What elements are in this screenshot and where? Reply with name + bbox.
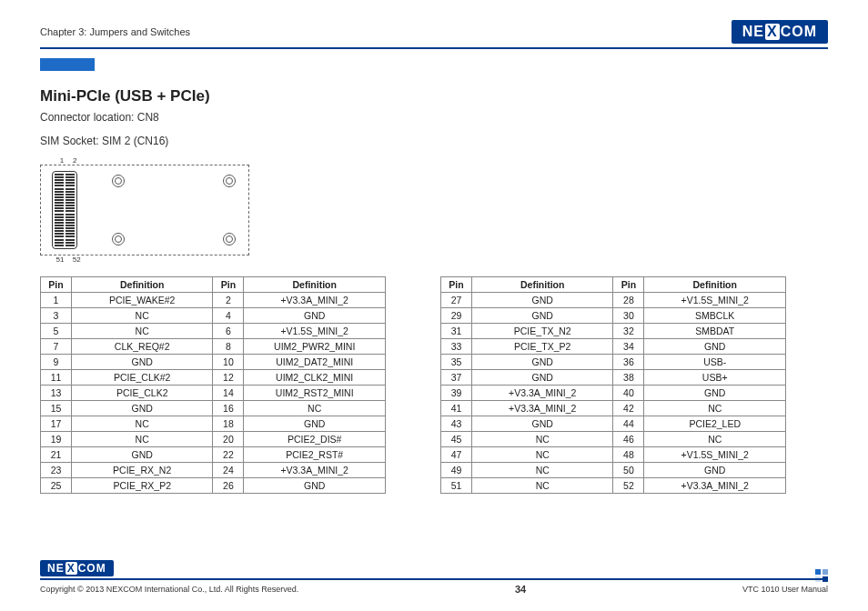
table-row: 49NC50GND [441, 463, 786, 478]
table-row: 5NC6+V1.5S_MINI_2 [41, 324, 386, 339]
definition-cell: GND [244, 478, 386, 494]
pin-column-right [66, 174, 75, 246]
pin-cell: 18 [213, 416, 244, 432]
table-row: 23PCIE_RX_N224+V3.3A_MINI_2 [41, 463, 386, 478]
definition-cell: NC [71, 324, 213, 339]
definition-cell: GND [244, 416, 386, 432]
col-pin: Pin [613, 277, 644, 293]
pin-cell: 22 [213, 447, 244, 463]
pinout-table-right: Pin Definition Pin Definition 27GND28+V1… [440, 276, 786, 494]
table-row: 45NC46NC [441, 432, 786, 447]
definition-cell: GND [471, 416, 613, 432]
definition-cell: GND [244, 308, 386, 324]
table-row: 17NC18GND [41, 416, 386, 432]
definition-cell: USB- [644, 355, 786, 370]
definition-cell: +V1.5S_MINI_2 [644, 447, 786, 463]
col-pin: Pin [41, 277, 72, 293]
definition-cell: GND [71, 401, 213, 416]
connector-diagram: 1 2 51 52 [40, 156, 828, 264]
pin-cell: 27 [441, 293, 472, 308]
definition-cell: NC [71, 416, 213, 432]
table-row: 41+V3.3A_MINI_242NC [441, 401, 786, 416]
pin-label-52: 52 [69, 255, 84, 264]
footer-logo: NEXCOM [40, 560, 114, 576]
pin-cell: 6 [213, 324, 244, 339]
definition-cell: PCIE2_RST# [244, 447, 386, 463]
col-def: Definition [471, 277, 613, 293]
pin-cell: 13 [41, 386, 72, 401]
table-row: 33PCIE_TX_P234GND [441, 339, 786, 355]
pin-cell: 38 [613, 370, 644, 386]
table-row: 9GND10UIM2_DAT2_MINI [41, 355, 386, 370]
pin-cell: 9 [41, 355, 72, 370]
connector-location: Connector location: CN8 [40, 109, 828, 125]
definition-cell: GND [71, 447, 213, 463]
pin-cell: 14 [213, 386, 244, 401]
edge-connector [52, 171, 77, 249]
definition-cell: GND [644, 339, 786, 355]
header-bar: Chapter 3: Jumpers and Switches NEXCOM [40, 20, 828, 44]
definition-cell: UIM2_RST2_MINI [244, 386, 386, 401]
definition-cell: UIM2_PWR2_MINI [244, 339, 386, 355]
definition-cell: GND [471, 355, 613, 370]
table-row: 3NC4GND [41, 308, 386, 324]
pin-label-1: 1 [56, 156, 67, 165]
definition-cell: USB+ [644, 370, 786, 386]
definition-cell: +V3.3A_MINI_2 [644, 478, 786, 494]
table-row: 15GND16NC [41, 401, 386, 416]
table-row: 11PCIE_CLK#212UIM2_CLK2_MINI [41, 370, 386, 386]
pin-cell: 46 [613, 432, 644, 447]
pin-cell: 11 [41, 370, 72, 386]
pin-label-51: 51 [53, 255, 67, 264]
pin-cell: 3 [41, 308, 72, 324]
definition-cell: PCIE_RX_N2 [71, 463, 213, 478]
pin-cell: 15 [41, 401, 72, 416]
table-row: 47NC48+V1.5S_MINI_2 [441, 447, 786, 463]
sim-socket: SIM Socket: SIM 2 (CN16) [40, 133, 828, 149]
pin-cell: 20 [213, 432, 244, 447]
module-outline [40, 165, 249, 255]
definition-cell: GND [471, 308, 613, 324]
section-title: Mini-PCIe (USB + PCIe) [40, 87, 828, 105]
col-pin: Pin [213, 277, 244, 293]
definition-cell: PCIE_TX_P2 [471, 339, 613, 355]
mount-hole-icon [112, 175, 125, 187]
pin-cell: 19 [41, 432, 72, 447]
col-def: Definition [71, 277, 213, 293]
pin-cell: 31 [441, 324, 472, 339]
table-row: 35GND36USB- [441, 355, 786, 370]
pin-cell: 2 [213, 293, 244, 308]
definition-cell: SMBCLK [644, 308, 786, 324]
definition-cell: +V3.3A_MINI_2 [471, 401, 613, 416]
mount-hole-icon [223, 233, 236, 245]
definition-cell: PCIE_CLK2 [71, 386, 213, 401]
table-row: 19NC20PCIE2_DIS# [41, 432, 386, 447]
col-def: Definition [244, 277, 386, 293]
footer-rule [40, 578, 828, 580]
logo-part-x: X [765, 24, 780, 40]
pin-column-left [55, 174, 64, 246]
table-row: 31PCIE_TX_N232SMBDAT [441, 324, 786, 339]
pin-cell: 43 [441, 416, 472, 432]
pin-cell: 5 [41, 324, 72, 339]
definition-cell: GND [644, 386, 786, 401]
definition-cell: SMBDAT [644, 324, 786, 339]
pin-cell: 25 [41, 478, 72, 494]
pin-cell: 40 [613, 386, 644, 401]
pin-cell: 51 [441, 478, 472, 494]
definition-cell: +V3.3A_MINI_2 [244, 463, 386, 478]
pin-cell: 34 [613, 339, 644, 355]
page-number: 34 [515, 584, 526, 595]
pin-cell: 17 [41, 416, 72, 432]
table-row: 29GND30SMBCLK [441, 308, 786, 324]
brand-logo: NEXCOM [732, 20, 828, 44]
pin-cell: 21 [41, 447, 72, 463]
copyright-text: Copyright © 2013 NEXCOM International Co… [40, 585, 298, 594]
pin-cell: 23 [41, 463, 72, 478]
pin-cell: 45 [441, 432, 472, 447]
pin-cell: 26 [213, 478, 244, 494]
definition-cell: PCIE_TX_N2 [471, 324, 613, 339]
logo-part-b: COM [781, 24, 817, 40]
table-row: 7CLK_REQ#28UIM2_PWR2_MINI [41, 339, 386, 355]
definition-cell: GND [471, 293, 613, 308]
